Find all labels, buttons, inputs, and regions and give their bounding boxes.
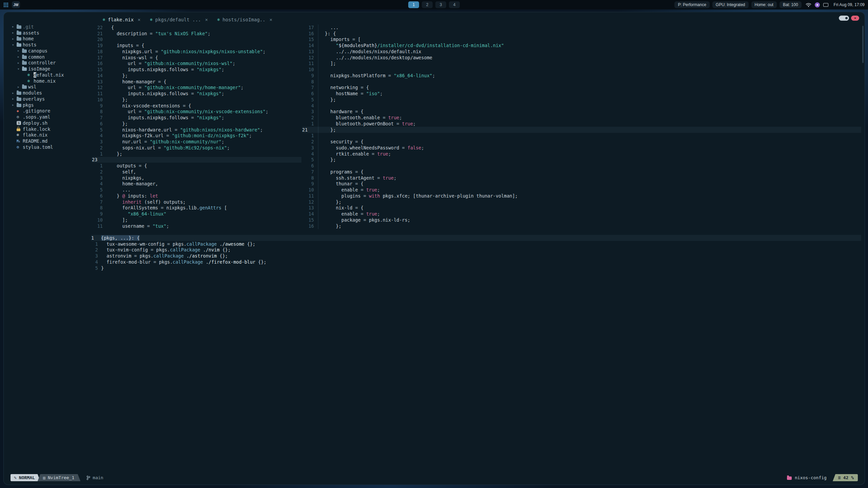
code-line[interactable]: 5 };	[302, 97, 861, 103]
code-line[interactable]: 1 };	[92, 151, 301, 157]
code-line[interactable]: 12 url = "github:nix-community/home-mana…	[92, 85, 301, 91]
code-line[interactable]: 16}: {	[302, 30, 861, 37]
workspace-2[interactable]: 2	[422, 1, 433, 8]
code-line[interactable]: 8 url = "github:nix-community/nix-vscode…	[92, 109, 301, 115]
code-line[interactable]: 15 inputs.nixpkgs.follows = "nixpkgs";	[92, 66, 301, 73]
code-line[interactable]: 11 plugins = with pkgs.xfce; [thunar-arc…	[302, 193, 861, 199]
code-line[interactable]: 2 sops-nix.url = "github:Mic92/sops-nix"…	[92, 145, 301, 151]
code-line[interactable]: 23	[92, 157, 301, 163]
code-pane-pkgs[interactable]: 1{pkgs, ...}: {1 tux-awesome-wm-config =…	[91, 235, 861, 271]
code-line[interactable]: 8	[302, 79, 861, 85]
code-line[interactable]: 8 ssh.startAgent = true;	[302, 175, 861, 181]
code-line[interactable]: 1 outputs = {	[92, 163, 301, 169]
code-pane-iso[interactable]: 17 ...16}: {15 imports = [14 "${modulesP…	[302, 24, 861, 229]
code-line[interactable]: 18 nixpkgs.url = "github:nixos/nixpkgs/n…	[92, 48, 301, 55]
code-line[interactable]: 6 };	[92, 121, 301, 127]
close-button[interactable]: ×	[851, 16, 859, 21]
editor-tab[interactable]: ❄hosts/isoImag..×	[217, 17, 272, 22]
code-line[interactable]: 10 };	[92, 97, 301, 103]
workspace-3[interactable]: 3	[435, 1, 446, 8]
workspace-4[interactable]: 4	[449, 1, 460, 8]
display-icon[interactable]	[823, 3, 828, 7]
tree-item[interactable]: ▸controller	[11, 60, 95, 66]
code-line[interactable]: 4 firefox-mod-blur = pkgs.callPackage ./…	[91, 259, 861, 265]
code-line[interactable]: 13 home-manager = {	[92, 79, 301, 85]
tree-item[interactable]: ❄default.nix	[11, 72, 95, 78]
tree-item[interactable]: ▸assets	[11, 30, 95, 36]
tab-close-icon[interactable]: ×	[270, 17, 272, 22]
code-line[interactable]: 6 hostName = "iso";	[302, 90, 861, 97]
code-pane-flake[interactable]: 22{21 description = "tux's NixOS Flake";…	[92, 24, 301, 229]
code-line[interactable]: 19 inputs = {	[92, 42, 301, 48]
code-line[interactable]: 1 bluetooth.powerOnBoot = true;	[302, 121, 861, 127]
pin-button[interactable]	[839, 16, 849, 21]
code-line[interactable]: 9 nix-vscode-extensions = {	[92, 103, 301, 109]
code-line[interactable]: 11 ];	[302, 61, 861, 67]
tree-item[interactable]: M↓README.md	[11, 138, 95, 144]
code-line[interactable]: 3 astronvim = pkgs.callPackage ./astronv…	[91, 253, 861, 259]
tree-item[interactable]: ▸wsl	[11, 84, 95, 90]
code-line[interactable]: 1	[302, 133, 861, 139]
wm-logo[interactable]: JW	[12, 1, 20, 8]
code-line[interactable]: 7 inputs.nixpkgs.follows = "nixpkgs";	[92, 115, 301, 121]
code-line[interactable]: 12 ../../modules/nixos/desktop/awesome	[302, 55, 861, 61]
audio-icon[interactable]	[815, 2, 820, 7]
code-line[interactable]: 17 nixos-wsl = {	[92, 55, 301, 61]
code-line[interactable]: 14 enable = true;	[302, 211, 861, 217]
code-line[interactable]: 11 inputs.nixpkgs.follows = "nixpkgs";	[92, 90, 301, 97]
tree-item[interactable]: ❄home.nix	[11, 78, 95, 84]
code-line[interactable]: 21 };	[302, 127, 861, 133]
tree-item[interactable]: ⚙stylua.toml	[11, 144, 95, 150]
code-line[interactable]: 3 nur.url = "github:nix-community/nur";	[92, 139, 301, 145]
code-line[interactable]: 3 hardware = {	[302, 109, 861, 115]
code-line[interactable]: 15 package = pkgs.nix-ld-rs;	[302, 217, 861, 223]
code-line[interactable]: 6 } @ inputs: let	[92, 193, 301, 199]
tree-item[interactable]: flake.lock	[11, 126, 95, 132]
tree-item[interactable]: ⚙.sops.yaml	[11, 114, 95, 120]
code-line[interactable]: 5}	[91, 265, 861, 271]
code-line[interactable]: 4 rtkit.enable = true;	[302, 151, 861, 157]
tab-close-icon[interactable]: ×	[205, 17, 208, 22]
code-line[interactable]: 2 bluetooth.enable = true;	[302, 115, 861, 121]
tree-item[interactable]: ❄flake.nix	[11, 132, 95, 138]
code-line[interactable]: 5 ...	[92, 187, 301, 193]
tree-item[interactable]: ▸common	[11, 54, 95, 60]
code-line[interactable]: 10 enable = true;	[302, 187, 861, 193]
code-line[interactable]: 22{	[92, 24, 301, 30]
code-line[interactable]: 20	[92, 37, 301, 43]
code-line[interactable]: 5 nixos-hardware.url = "github:nixos/nix…	[92, 127, 301, 133]
code-line[interactable]: 14 "${modulesPath}/installer/cd-dvd/inst…	[302, 42, 861, 48]
code-line[interactable]: 8 forAllSystems = nixpkgs.lib.genAttrs [	[92, 205, 301, 211]
tree-item[interactable]: ▾isoImage	[11, 66, 95, 72]
workspace-1[interactable]: 1	[408, 1, 419, 8]
code-line[interactable]: 13 nix-ld = {	[302, 205, 861, 211]
code-line[interactable]: 7 inherit (self) outputs;	[92, 199, 301, 205]
code-line[interactable]: 21 description = "tux's NixOS Flake";	[92, 30, 301, 37]
tab-close-icon[interactable]: ×	[138, 17, 140, 22]
code-line[interactable]: 2 self,	[92, 169, 301, 175]
editor-tab[interactable]: ❄flake.nix×	[103, 17, 141, 22]
code-line[interactable]: 2 tux-nvim-config = pkgs.callPackage ./n…	[91, 247, 861, 253]
code-line[interactable]: 1{pkgs, ...}: {	[91, 235, 861, 241]
code-line[interactable]: 12 };	[302, 199, 861, 205]
code-line[interactable]: 6	[302, 163, 861, 169]
scrollbar[interactable]	[862, 26, 864, 63]
wifi-icon[interactable]	[806, 3, 811, 7]
code-line[interactable]: 9 thunar = {	[302, 181, 861, 187]
code-line[interactable]: 14 };	[92, 73, 301, 79]
code-line[interactable]: 2 security = {	[302, 139, 861, 145]
code-line[interactable]: 7 programs = {	[302, 169, 861, 175]
tree-item[interactable]: ▸modules	[11, 90, 95, 96]
tree-item[interactable]: ▾hosts	[11, 42, 95, 48]
tree-item[interactable]: ▸home	[11, 36, 95, 42]
code-line[interactable]: 17 ...	[302, 24, 861, 30]
code-line[interactable]: 16 url = "github:nix-community/nixos-wsl…	[92, 61, 301, 67]
code-line[interactable]: 3 nixpkgs,	[92, 175, 301, 181]
code-line[interactable]: 16 };	[302, 223, 861, 229]
tree-item[interactable]: ▸pkgs	[11, 102, 95, 108]
code-line[interactable]: 15 imports = [	[302, 37, 861, 43]
tree-item[interactable]: ▸canopus	[11, 48, 95, 54]
code-line[interactable]: 7 networking = {	[302, 85, 861, 91]
code-line[interactable]: 5 };	[302, 157, 861, 163]
code-line[interactable]: 1 tux-awesome-wm-config = pkgs.callPacka…	[91, 241, 861, 247]
